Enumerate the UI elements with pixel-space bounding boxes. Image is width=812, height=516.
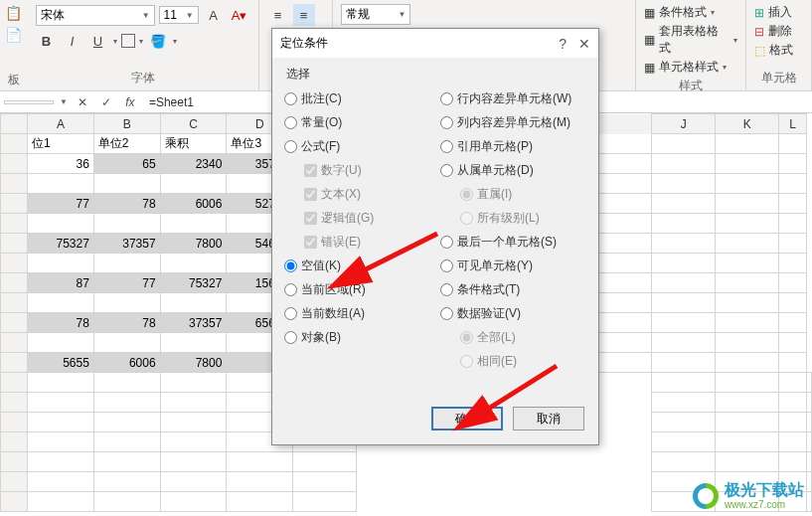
- cell[interactable]: [93, 174, 160, 194]
- goto-special-dialog: 定位条件 ? ✕ 选择 批注(C) 常量(O) 公式(F) 数字(U) 文本(X…: [271, 28, 599, 445]
- cell[interactable]: 75327: [160, 273, 227, 293]
- cell[interactable]: 78: [93, 313, 160, 333]
- insert-button[interactable]: ⊞插入: [754, 4, 803, 21]
- cell[interactable]: [28, 333, 94, 353]
- cell[interactable]: 87: [28, 273, 94, 293]
- cell[interactable]: 37357: [160, 313, 227, 333]
- cell[interactable]: 5655: [28, 353, 94, 373]
- cond-format-button[interactable]: ▦条件格式▾: [644, 4, 738, 21]
- cell[interactable]: 36: [28, 154, 94, 174]
- cell[interactable]: 75327: [28, 234, 94, 254]
- select-all[interactable]: [1, 114, 28, 134]
- border-button[interactable]: [121, 34, 135, 48]
- font-group-label: 字体: [36, 70, 250, 86]
- check-logical: 逻辑值(G): [304, 210, 430, 227]
- format-button[interactable]: ⬚格式: [754, 42, 803, 59]
- cell-style-icon: ▦: [644, 61, 655, 75]
- underline-button[interactable]: U: [87, 30, 109, 52]
- increase-font-icon[interactable]: A: [203, 4, 225, 26]
- radio-formula[interactable]: 公式(F): [284, 138, 430, 155]
- cell-style-button[interactable]: ▦单元格样式▾: [644, 59, 738, 76]
- cell[interactable]: [160, 333, 227, 353]
- cell[interactable]: [160, 254, 227, 273]
- radio-array[interactable]: 当前数组(A): [284, 305, 430, 322]
- cell[interactable]: [160, 214, 227, 234]
- cancel-button[interactable]: 取消: [513, 407, 584, 430]
- radio-condfmt[interactable]: 条件格式(T): [440, 281, 586, 298]
- watermark-logo-icon: [693, 483, 719, 509]
- radio-validation[interactable]: 数据验证(V): [440, 305, 586, 322]
- number-format-combo[interactable]: 常规▼: [341, 4, 410, 25]
- styles-group: ▦条件格式▾ ▦套用表格格式▾ ▦单元格样式▾ 样式: [636, 0, 747, 90]
- dialog-titlebar: 定位条件 ? ✕: [272, 29, 598, 58]
- col-header[interactable]: B: [93, 114, 160, 134]
- cell[interactable]: 78: [28, 313, 94, 333]
- radio-comment[interactable]: 批注(C): [284, 90, 430, 107]
- ok-button[interactable]: 确定: [431, 407, 503, 430]
- close-button[interactable]: ✕: [578, 36, 590, 52]
- radio-same: 相同(E): [460, 353, 586, 370]
- col-header[interactable]: K: [716, 114, 779, 134]
- radio-alllevel: 所有级别(L): [460, 210, 586, 227]
- radio-region[interactable]: 当前区域(R): [284, 281, 430, 298]
- radio-constant[interactable]: 常量(O): [284, 114, 430, 131]
- help-button[interactable]: ?: [559, 36, 567, 52]
- col-header[interactable]: C: [160, 114, 227, 134]
- formula-ok-button[interactable]: ✓: [97, 95, 115, 109]
- table-format-button[interactable]: ▦套用表格格式▾: [644, 23, 738, 57]
- cell[interactable]: [28, 214, 94, 234]
- cell[interactable]: [93, 254, 160, 273]
- name-box[interactable]: [4, 100, 54, 104]
- align-top-icon[interactable]: ≡: [267, 4, 289, 26]
- check-text: 文本(X): [304, 186, 430, 203]
- cell[interactable]: 6006: [160, 194, 227, 214]
- radio-coldiff[interactable]: 列内容差异单元格(M): [440, 114, 586, 131]
- align-mid-icon[interactable]: ≡: [293, 4, 315, 26]
- watermark: 极光下载站 www.xz7.com: [693, 481, 804, 510]
- fx-button[interactable]: fx: [121, 95, 139, 109]
- radio-dependent[interactable]: 从属单元格(D): [440, 162, 586, 179]
- cell[interactable]: 7800: [160, 353, 227, 373]
- radio-rowdiff[interactable]: 行内容差异单元格(W): [440, 90, 586, 107]
- cell[interactable]: [28, 254, 94, 273]
- font-size-combo[interactable]: 11▼: [159, 6, 199, 24]
- left-column: 批注(C) 常量(O) 公式(F) 数字(U) 文本(X) 逻辑值(G) 错误(…: [284, 90, 430, 377]
- watermark-sub: www.xz7.com: [725, 499, 804, 510]
- cell[interactable]: 77: [28, 194, 94, 214]
- radio-last[interactable]: 最后一个单元格(S): [440, 234, 586, 251]
- cells-group: ⊞插入 ⊟删除 ⬚格式 单元格: [746, 0, 812, 90]
- radio-object[interactable]: 对象(B): [284, 329, 430, 346]
- cell[interactable]: 2340: [160, 154, 227, 174]
- col-header[interactable]: A: [28, 114, 94, 134]
- check-error: 错误(E): [304, 234, 430, 251]
- clipboard-icon[interactable]: 📄: [5, 26, 23, 44]
- cell[interactable]: 77: [93, 273, 160, 293]
- cells-group-label: 单元格: [754, 70, 803, 86]
- cell[interactable]: 65: [93, 154, 160, 174]
- col-header[interactable]: J: [652, 114, 716, 134]
- col-header[interactable]: L: [779, 114, 807, 134]
- font-name-combo[interactable]: 宋体▼: [36, 5, 155, 26]
- bold-button[interactable]: B: [36, 30, 58, 52]
- cell[interactable]: [28, 174, 94, 194]
- cell[interactable]: [28, 293, 94, 313]
- cell[interactable]: 78: [93, 194, 160, 214]
- delete-button[interactable]: ⊟删除: [754, 23, 803, 40]
- radio-blank[interactable]: 空值(K): [284, 258, 430, 274]
- font-color-icon[interactable]: A▾: [229, 4, 250, 26]
- cell[interactable]: [93, 333, 160, 353]
- radio-visible[interactable]: 可见单元格(Y): [440, 258, 586, 274]
- paste-icon[interactable]: 📋: [5, 4, 23, 22]
- cell[interactable]: [93, 214, 160, 234]
- italic-button[interactable]: I: [62, 30, 83, 52]
- cell[interactable]: 6006: [93, 353, 160, 373]
- formula-cancel-button[interactable]: ✕: [74, 95, 91, 109]
- cell[interactable]: [93, 293, 160, 313]
- cell[interactable]: 7800: [160, 234, 227, 254]
- cell[interactable]: [160, 174, 227, 194]
- cell[interactable]: 37357: [93, 234, 160, 254]
- fill-color-icon[interactable]: 🪣: [147, 30, 169, 52]
- cell[interactable]: [160, 293, 227, 313]
- name-box-dropdown-icon[interactable]: ▼: [60, 97, 68, 106]
- radio-precedent[interactable]: 引用单元格(P): [440, 138, 586, 155]
